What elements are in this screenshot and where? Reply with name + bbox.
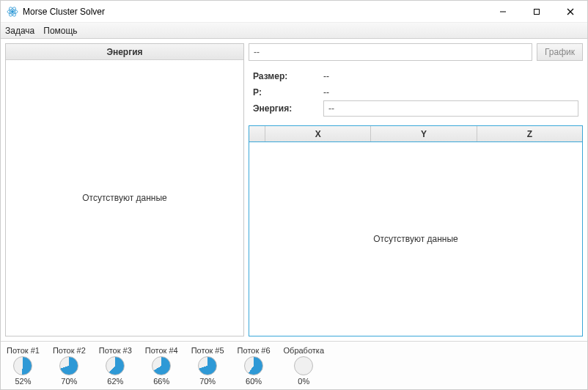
energy-panel-header: Энергия — [6, 44, 243, 60]
thread-pie-icon — [59, 356, 78, 375]
thread-pie-icon — [294, 356, 313, 375]
minimize-button[interactable] — [486, 1, 520, 22]
top-row: График — [249, 43, 583, 61]
energy-panel-body: Отсутствуют данные — [6, 60, 243, 336]
energy-panel: Энергия Отсутствуют данные — [5, 43, 244, 336]
energy-row: Энергия: — [253, 100, 578, 117]
menu-task[interactable]: Задача — [5, 26, 34, 36]
size-label: Размер: — [253, 71, 323, 81]
graph-button[interactable]: График — [537, 43, 583, 61]
thread-label: Поток #2 — [53, 346, 86, 355]
maximize-button[interactable] — [520, 1, 554, 22]
thread-indicator: Поток #362% — [99, 346, 132, 386]
grid-empty-text: Отсутствуют данные — [373, 234, 457, 244]
close-button[interactable] — [554, 1, 587, 22]
thread-indicator: Поток #660% — [238, 346, 271, 386]
menubar: Задача Помощь — [1, 23, 587, 39]
thread-percent: 0% — [298, 377, 309, 386]
thread-label: Поток #3 — [99, 346, 132, 355]
energy-empty-text: Отсутствуют данные — [82, 193, 166, 203]
details-panel: График Размер: -- P: -- Энергия: X Y Z — [249, 43, 583, 336]
thread-indicator: Поток #270% — [53, 346, 86, 386]
svg-point-0 — [11, 10, 14, 13]
thread-label: Поток #1 — [7, 346, 40, 355]
thread-percent: 70% — [199, 377, 216, 386]
thread-pie-icon — [152, 356, 171, 375]
thread-pie-icon — [13, 356, 32, 375]
statusbar: Поток #152%Поток #270%Поток #362%Поток #… — [1, 341, 587, 389]
name-input[interactable] — [249, 43, 532, 61]
thread-pie-icon — [244, 356, 263, 375]
col-y[interactable]: Y — [371, 126, 477, 141]
col-z[interactable]: Z — [477, 126, 582, 141]
main-content: Энергия Отсутствуют данные График Размер… — [1, 39, 587, 341]
coords-grid: X Y Z Отсутствуют данные — [249, 125, 583, 336]
energy-label: Энергия: — [253, 103, 323, 114]
grid-header: X Y Z — [249, 126, 582, 142]
menu-help[interactable]: Помощь — [43, 26, 77, 36]
size-row: Размер: -- — [253, 68, 578, 84]
app-icon — [7, 6, 18, 18]
thread-label: Поток #6 — [238, 346, 271, 355]
window-title: Morse Cluster Solver — [23, 7, 486, 17]
thread-percent: 60% — [246, 377, 262, 386]
grid-body: Отсутствуют данные — [249, 142, 582, 336]
thread-label: Поток #5 — [191, 346, 224, 355]
titlebar: Morse Cluster Solver — [1, 1, 587, 23]
p-value: -- — [323, 87, 329, 98]
thread-indicator: Поток #466% — [145, 346, 178, 386]
thread-pie-icon — [106, 356, 125, 375]
p-label: P: — [253, 87, 323, 98]
thread-percent: 66% — [153, 377, 169, 386]
grid-corner — [249, 126, 265, 141]
thread-percent: 52% — [15, 377, 31, 386]
energy-input[interactable] — [323, 100, 578, 117]
thread-percent: 70% — [61, 377, 77, 386]
thread-indicator: Поток #152% — [7, 346, 40, 386]
col-x[interactable]: X — [265, 126, 371, 141]
size-value: -- — [323, 71, 329, 81]
svg-rect-5 — [534, 9, 540, 14]
thread-indicator: Поток #570% — [191, 346, 224, 386]
thread-percent: 62% — [107, 377, 123, 386]
p-row: P: -- — [253, 84, 578, 100]
thread-pie-icon — [198, 356, 217, 375]
window-controls — [486, 1, 587, 22]
thread-label: Поток #4 — [145, 346, 178, 355]
thread-indicator: Обработка0% — [284, 346, 324, 386]
thread-label: Обработка — [284, 346, 324, 355]
info-block: Размер: -- P: -- Энергия: — [249, 65, 583, 121]
